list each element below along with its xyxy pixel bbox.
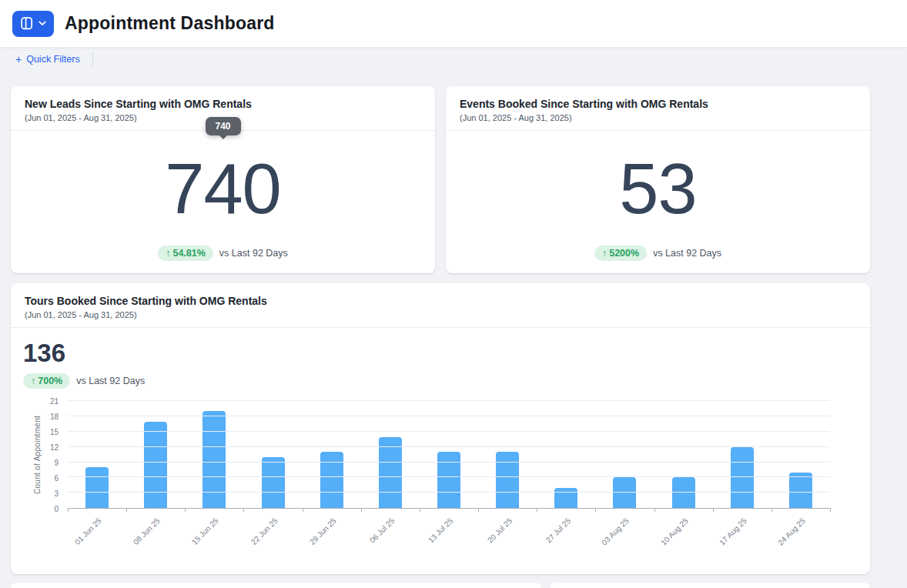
x-label-slot: 15 Jun 25: [185, 509, 243, 564]
delta-value: 54.81%: [172, 248, 205, 259]
x-tick-label: 29 Jun 25: [308, 516, 338, 546]
x-label-slot: 13 Jul 25: [420, 509, 478, 564]
x-label-slot: 22 Jun 25: [243, 509, 302, 564]
bar-01-jun-25[interactable]: [85, 467, 109, 508]
bar-24-aug-25[interactable]: [789, 473, 812, 508]
up-arrow-icon: ↑: [602, 248, 607, 259]
y-axis-ticks: 036912151821: [11, 401, 59, 509]
gridline: [68, 492, 830, 493]
delta-row: ↑ 5200% vs Last 92 Days: [446, 246, 870, 273]
x-tick-label: 27 Jul 25: [544, 516, 572, 544]
x-tick-label: 03 Aug 25: [601, 516, 631, 547]
delta-value: 5200%: [609, 248, 639, 259]
y-tick-label: 12: [50, 443, 59, 452]
card-header: Events Booked Since Starting with OMG Re…: [446, 86, 870, 131]
delta-row: ↑ 54.81% vs Last 92 Days: [11, 246, 435, 273]
x-label-slot: 20 Jul 25: [478, 509, 537, 564]
x-label-slot: 03 Aug 25: [595, 509, 654, 564]
filters-divider: [92, 52, 93, 66]
card-title: New Leads Since Starting with OMG Rental…: [25, 97, 421, 111]
gridline: [68, 400, 830, 401]
delta-badge: ↑ 54.81%: [158, 246, 213, 261]
y-tick-label: 0: [54, 505, 59, 513]
card-header: Tours Booked Since Starting with OMG Ren…: [11, 283, 870, 328]
next-cards-row: [11, 583, 870, 588]
card-title: Tours Booked Since Starting with OMG Ren…: [25, 294, 856, 308]
delta-row: ↑ 700% vs Last 92 Days: [23, 373, 858, 389]
y-tick-label: 18: [50, 413, 59, 421]
x-label-slot: 27 Jul 25: [537, 509, 595, 564]
plus-icon: +: [15, 54, 22, 65]
gridline: [68, 476, 830, 477]
quick-filters-label: Quick Filters: [26, 54, 79, 65]
y-tick-label: 3: [54, 489, 59, 498]
x-tick-label: 15 Jun 25: [190, 516, 220, 546]
delta-badge: ↑ 5200%: [594, 246, 647, 261]
card-title: Events Booked Since Starting with OMG Re…: [460, 97, 856, 111]
plot-area: [68, 401, 830, 509]
new-leads-value: 740: [165, 153, 281, 224]
x-tick-label: 24 Aug 25: [776, 516, 807, 547]
partial-card-right: [550, 583, 870, 588]
filters-bar: + Quick Filters: [0, 48, 907, 71]
bar-29-jun-25[interactable]: [320, 452, 343, 508]
x-tick-label: 22 Jun 25: [249, 516, 279, 546]
y-tick-label: 6: [54, 474, 59, 483]
x-axis-labels: 01 Jun 2508 Jun 2515 Jun 2522 Jun 2529 J…: [68, 509, 830, 564]
x-label-slot: 24 Aug 25: [771, 509, 830, 564]
gridline: [68, 416, 830, 416]
comparison-label: vs Last 92 Days: [76, 376, 145, 386]
bar-15-jun-25[interactable]: [202, 411, 226, 508]
bar-13-jul-25[interactable]: [437, 452, 460, 508]
delta-value: 700%: [38, 376, 62, 386]
x-tick-label: 08 Jun 25: [132, 516, 162, 546]
kpi-body: 53: [446, 131, 870, 246]
quick-filters-button[interactable]: + Quick Filters: [15, 54, 80, 65]
top-header: Appointment Dashboard: [0, 0, 907, 48]
dashboard-menu-button[interactable]: [12, 11, 54, 37]
x-label-slot: 17 Aug 25: [713, 509, 771, 564]
gridline: [68, 462, 830, 463]
comparison-label: vs Last 92 Days: [653, 248, 721, 259]
x-tick-label: 06 Jul 25: [368, 516, 396, 544]
delta-badge: ↑ 700%: [23, 373, 70, 389]
events-booked-value: 53: [619, 153, 696, 224]
comparison-label: vs Last 92 Days: [219, 248, 288, 259]
bar-chart: Count of Appointment 036912151821 01 Jun…: [11, 401, 870, 564]
x-label-slot: 08 Jun 25: [126, 509, 185, 564]
bar-08-jun-25[interactable]: [144, 422, 167, 509]
up-arrow-icon: ↑: [31, 376, 35, 386]
x-label-slot: 10 Aug 25: [654, 509, 713, 564]
bar-20-jul-25[interactable]: [496, 452, 519, 508]
up-arrow-icon: ↑: [166, 248, 170, 259]
bar-27-jul-25[interactable]: [554, 488, 577, 508]
x-axis-tick: [830, 508, 831, 512]
bar-06-jul-25[interactable]: [379, 437, 402, 509]
chart-kpi: 136 ↑ 700% vs Last 92 Days: [11, 328, 870, 389]
gridline: [68, 431, 830, 432]
page-title: Appointment Dashboard: [65, 13, 275, 34]
x-tick-label: 17 Aug 25: [718, 516, 748, 547]
card-date-range: (Jun 01, 2025 - Aug 31, 2025): [460, 113, 856, 122]
x-label-slot: 01 Jun 25: [68, 509, 126, 564]
y-tick-label: 15: [50, 428, 59, 436]
value-tooltip: 740: [205, 117, 240, 135]
gridline: [68, 446, 830, 447]
x-label-slot: 06 Jul 25: [361, 509, 420, 564]
tooltip-value: 740: [215, 121, 230, 132]
layout-icon: [21, 17, 35, 30]
y-tick-label: 9: [54, 459, 59, 467]
x-tick-label: 01 Jun 25: [73, 516, 103, 546]
x-tick-label: 13 Jul 25: [427, 516, 454, 544]
tours-booked-value: 136: [23, 340, 858, 366]
y-tick-label: 21: [50, 397, 59, 406]
x-tick-label: 20 Jul 25: [485, 516, 513, 544]
bar-22-jun-25[interactable]: [262, 457, 285, 508]
x-label-slot: 29 Jun 25: [303, 509, 361, 564]
tooltip-arrow-icon: [219, 135, 228, 139]
new-leads-card: New Leads Since Starting with OMG Rental…: [11, 86, 435, 273]
tours-booked-card: Tours Booked Since Starting with OMG Ren…: [11, 283, 870, 574]
kpi-body: 740: [11, 131, 435, 246]
events-booked-card: Events Booked Since Starting with OMG Re…: [446, 86, 870, 273]
card-date-range: (Jun 01, 2025 - Aug 31, 2025): [25, 310, 856, 319]
